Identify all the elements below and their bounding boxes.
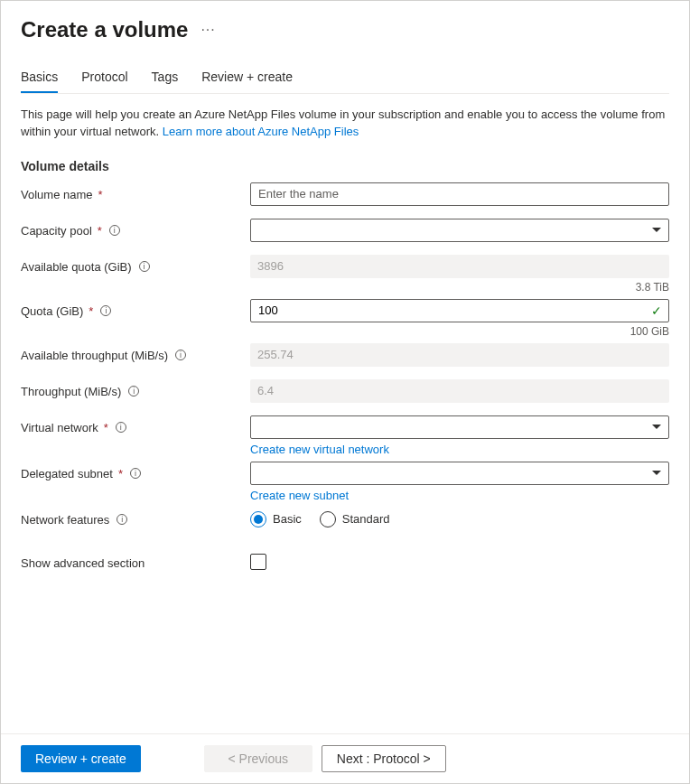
tab-protocol[interactable]: Protocol: [81, 70, 127, 93]
required-mark: *: [89, 304, 93, 318]
radio-basic-label: Basic: [273, 512, 302, 526]
radio-icon: [320, 511, 336, 527]
delegated-subnet-label: Delegated subnet: [21, 467, 113, 481]
radio-basic[interactable]: Basic: [250, 511, 302, 527]
show-advanced-checkbox[interactable]: [250, 554, 266, 570]
info-icon[interactable]: i: [130, 468, 141, 479]
review-create-button[interactable]: Review + create: [21, 745, 141, 772]
intro-link[interactable]: Learn more about Azure NetApp Files: [163, 125, 359, 138]
footer: Review + create < Previous Next : Protoc…: [1, 733, 689, 783]
section-title: Volume details: [21, 159, 669, 173]
delegated-subnet-select[interactable]: [250, 462, 669, 485]
previous-button: < Previous: [204, 745, 312, 772]
info-icon[interactable]: i: [128, 386, 139, 397]
required-mark: *: [98, 188, 103, 201]
volume-name-label: Volume name: [21, 188, 93, 201]
capacity-pool-select[interactable]: [250, 219, 669, 242]
create-subnet-link[interactable]: Create new subnet: [250, 489, 669, 502]
available-quota-hint: 3.8 TiB: [250, 281, 669, 294]
info-icon[interactable]: i: [116, 422, 126, 433]
capacity-pool-label: Capacity pool: [21, 224, 92, 238]
required-mark: *: [104, 421, 108, 434]
chevron-down-icon: [652, 425, 661, 429]
quota-label: Quota (GiB): [21, 304, 83, 318]
radio-standard-label: Standard: [342, 512, 390, 526]
tab-tags[interactable]: Tags: [152, 70, 179, 93]
available-quota-value: 3896: [250, 255, 669, 278]
network-features-label: Network features: [21, 513, 109, 527]
info-icon[interactable]: i: [109, 225, 120, 236]
available-throughput-label: Available throughput (MiB/s): [21, 349, 168, 362]
radio-icon: [250, 511, 266, 527]
tab-review-create[interactable]: Review + create: [201, 70, 293, 93]
virtual-network-select[interactable]: [250, 415, 669, 439]
page-title: Create a volume: [21, 17, 188, 42]
available-quota-label: Available quota (GiB): [21, 260, 132, 274]
more-icon[interactable]: ···: [200, 23, 215, 37]
info-icon[interactable]: i: [175, 350, 186, 360]
required-mark: *: [98, 224, 102, 238]
chevron-down-icon: [652, 471, 661, 475]
required-mark: *: [118, 467, 123, 481]
tab-basics[interactable]: Basics: [21, 70, 58, 93]
create-vnet-link[interactable]: Create new virtual network: [250, 443, 669, 456]
virtual-network-label: Virtual network: [21, 421, 98, 434]
intro-text: This page will help you create an Azure …: [21, 107, 669, 141]
quota-hint: 100 GiB: [250, 325, 669, 338]
chevron-down-icon: [652, 228, 661, 232]
throughput-value: 6.4: [250, 379, 669, 403]
info-icon[interactable]: i: [100, 305, 111, 316]
show-advanced-label: Show advanced section: [21, 556, 145, 570]
info-icon[interactable]: i: [117, 514, 127, 525]
radio-standard[interactable]: Standard: [320, 511, 390, 527]
volume-name-input[interactable]: [250, 182, 669, 206]
quota-input[interactable]: [250, 299, 669, 322]
info-icon[interactable]: i: [139, 261, 150, 272]
next-button[interactable]: Next : Protocol >: [322, 745, 446, 772]
available-throughput-value: 255.74: [250, 343, 669, 367]
throughput-label: Throughput (MiB/s): [21, 385, 121, 398]
network-features-radio-group: Basic Standard: [250, 508, 669, 527]
tab-bar: Basics Protocol Tags Review + create: [21, 70, 669, 94]
